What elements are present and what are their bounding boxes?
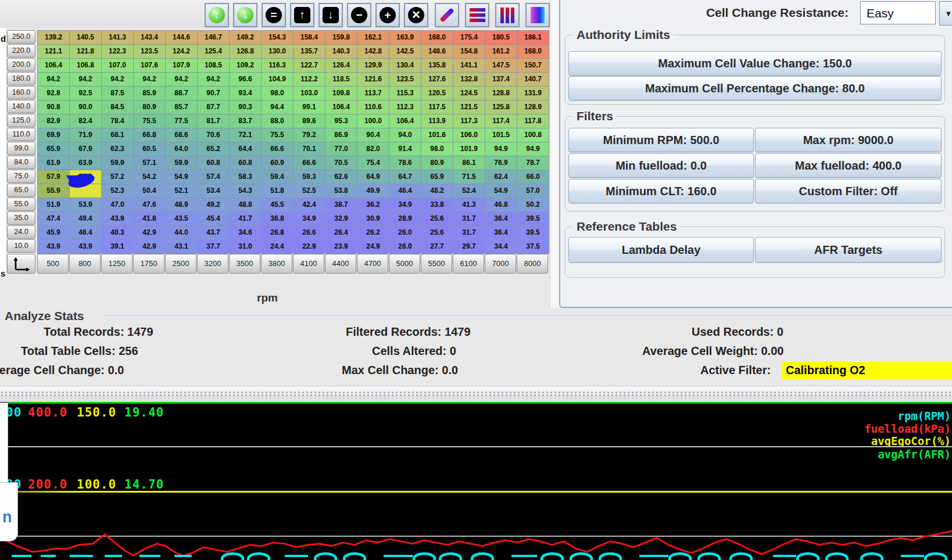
ve-cell[interactable]: 121.6 [357,73,389,86]
ve-cell[interactable]: 121.1 [38,45,69,58]
ve-cell[interactable]: 36.8 [262,212,293,225]
ve-cell[interactable]: 60.8 [230,156,261,170]
ve-cell[interactable]: 65.9 [421,170,453,184]
minimum-rpm-button[interactable]: Minimum RPM: 500.0 [568,128,754,152]
ve-cell[interactable]: 31.0 [230,240,261,253]
ve-cell[interactable]: 81.7 [198,114,229,128]
ve-cell[interactable]: 47.4 [38,212,69,225]
ve-cell[interactable]: 57.4 [198,170,229,184]
row-header[interactable]: 65.0 [7,184,35,197]
ve-cell[interactable]: 100.0 [357,114,389,128]
ve-cell[interactable]: 45.5 [262,198,293,211]
ve-cell[interactable]: 84.5 [102,100,133,114]
ve-cell[interactable]: 130.0 [262,45,293,58]
ve-cell[interactable]: 122.3 [102,45,133,58]
axis-swap-button[interactable] [7,254,35,274]
ve-cell[interactable]: 92.8 [38,87,69,100]
ve-cell[interactable]: 90.0 [70,100,101,114]
ve-cell[interactable]: 43.9 [70,240,101,253]
ve-cell[interactable]: 87.5 [102,87,133,100]
ve-cell[interactable]: 60.5 [134,142,165,156]
ve-cell[interactable]: 46.4 [70,226,101,239]
ve-cell[interactable]: 26.0 [389,226,421,239]
ve-cell[interactable]: 66.8 [134,128,165,142]
column-header[interactable]: 1750 [133,254,164,274]
ve-cell[interactable]: 90.7 [198,87,229,100]
ve-cell[interactable]: 50.2 [517,198,549,211]
ve-cell[interactable]: 66.0 [517,170,549,184]
ve-cell[interactable]: 147.5 [485,59,517,72]
ve-cell[interactable]: 115.3 [389,87,421,100]
ve-cell[interactable]: 94.2 [166,73,197,86]
ve-cell[interactable]: 64.7 [389,170,421,184]
ve-cell[interactable]: 53.9 [70,198,101,211]
ve-cell[interactable]: 49.4 [70,212,101,225]
ve-cell[interactable]: 82.0 [357,142,389,156]
row-header[interactable]: 110.0 [7,128,35,141]
ve-cell[interactable]: 64.9 [357,170,389,184]
ve-cell[interactable]: 41.3 [453,198,485,211]
ve-cell[interactable]: 60.8 [198,156,229,170]
ve-cell[interactable]: 142.5 [389,45,421,58]
ve-cell[interactable]: 48.2 [421,184,453,198]
toolbar-button-decrement[interactable]: − [347,3,371,27]
ve-cell[interactable]: 27.7 [421,240,453,253]
ve-cell[interactable]: 65.2 [198,142,229,156]
max-fuelload-button[interactable]: Max fuelload: 400.0 [755,153,942,178]
ve-cell[interactable]: 34.4 [485,240,517,253]
ve-cell[interactable]: 94.2 [38,73,69,86]
column-header[interactable]: 8000 [517,254,548,274]
ve-cell[interactable]: 112.2 [294,73,325,86]
ve-cell[interactable]: 52.3 [102,184,133,198]
ve-cell[interactable]: 80.9 [134,100,165,114]
ve-cell[interactable]: 90.3 [230,100,261,114]
ve-cell[interactable]: 109.2 [230,59,261,72]
ve-cell[interactable]: 128.8 [485,87,517,100]
ve-cell[interactable]: 31.7 [453,226,485,239]
ve-cell[interactable]: 51.9 [38,198,69,211]
ve-cell[interactable]: 64.0 [166,142,197,156]
ve-cell[interactable]: 118.5 [325,73,357,86]
ve-cell[interactable]: 124.2 [166,45,197,58]
ve-cell[interactable]: 53.4 [198,184,229,198]
ve-cell[interactable]: 36.4 [485,226,517,239]
ve-cell[interactable]: 43.9 [38,240,69,253]
toolbar-button-green-up[interactable]: ↑ [205,3,229,27]
ve-cell[interactable]: 26.2 [357,226,389,239]
ve-cell[interactable]: 88.7 [166,87,197,100]
ve-cell[interactable]: 92.5 [70,87,101,100]
ve-cell[interactable]: 57.1 [134,156,165,170]
ve-cell[interactable]: 146.7 [198,31,229,44]
row-header[interactable]: 140.0 [7,100,35,113]
ve-cell[interactable]: 75.5 [134,114,165,128]
ve-cell[interactable]: 70.6 [198,128,229,142]
ve-cell[interactable]: 106.4 [389,114,421,128]
ve-cell[interactable]: 23.9 [325,240,357,253]
ve-cell[interactable]: 54.3 [230,184,261,198]
ve-cell[interactable]: 49.2 [198,198,229,211]
ve-cell[interactable]: 144.6 [166,31,197,44]
ve-table-grid[interactable]: 139.2140.5141.3143.4144.6146.7149.2154.3… [37,30,549,254]
ve-cell[interactable]: 117.5 [421,100,453,114]
ve-cell[interactable]: 71.5 [453,170,485,184]
ve-cell[interactable]: 62.4 [485,170,517,184]
ve-cell[interactable]: 38.7 [325,198,357,211]
ve-cell[interactable]: 130.4 [389,59,421,72]
ve-cell[interactable]: 98.0 [262,87,293,100]
ve-cell[interactable]: 55.9 [38,184,69,198]
maximum-cell-value-change-button[interactable]: Maximum Cell Value Change: 150.0 [568,51,942,76]
ve-cell[interactable]: 68.6 [166,128,197,142]
ve-cell[interactable]: 31.7 [453,212,485,225]
ve-cell[interactable]: 94.2 [134,73,165,86]
column-header[interactable]: 5500 [421,254,452,274]
ve-cell[interactable]: 148.6 [421,45,453,58]
ve-cell[interactable]: 132.8 [453,73,485,86]
ve-cell[interactable]: 43.1 [166,240,197,253]
ve-cell[interactable]: 127.6 [421,73,453,86]
ve-cell[interactable]: 180.5 [485,31,517,44]
ve-cell[interactable]: 78.4 [102,114,133,128]
ve-cell[interactable]: 107.6 [134,59,165,72]
ve-cell[interactable]: 94.4 [262,100,293,114]
ve-cell[interactable]: 149.2 [230,31,261,44]
column-header[interactable]: 3800 [261,254,292,274]
